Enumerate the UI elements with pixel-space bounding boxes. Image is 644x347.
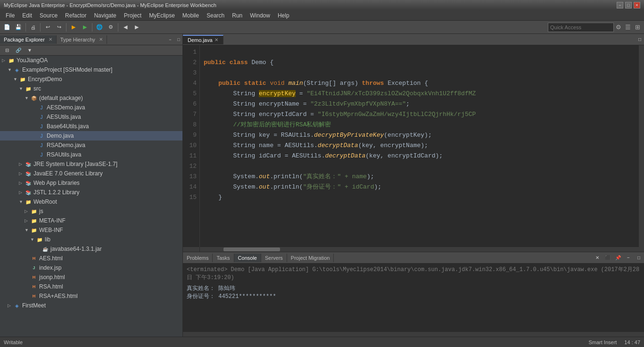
panel-minimize-btn[interactable]: − <box>166 36 174 43</box>
menu-file[interactable]: File <box>2 11 18 20</box>
tree-aesdemo[interactable]: J AESDemo.java <box>0 103 182 112</box>
code-line-9: String key = RSAUtils.decryptByPrivateKe… <box>204 132 432 139</box>
tab-console[interactable]: Console <box>234 254 261 262</box>
close-button[interactable]: ✕ <box>634 2 640 8</box>
tree-aesutils[interactable]: J AESUtils.java <box>0 112 182 122</box>
tab-tasks[interactable]: Tasks <box>213 254 234 262</box>
tab-problems[interactable]: Problems <box>183 254 213 262</box>
toolbar-save-btn[interactable]: 💾 <box>13 22 24 33</box>
tree-meta-inf[interactable]: ▷ 📁 META-INF <box>0 216 182 225</box>
tab-demo-java[interactable]: Demo.java ✕ <box>183 35 223 44</box>
tree-web-inf[interactable]: ▼ 📁 WEB-INF <box>0 225 182 235</box>
tab-type-hierarchy-label: Type Hierarchy <box>60 37 95 42</box>
tree-jstl[interactable]: ▷ 📚 JSTL 1.2.2 Library <box>0 188 182 197</box>
tab-package-explorer[interactable]: Package Explorer ✕ <box>0 35 57 44</box>
console-minimize-btn[interactable]: − <box>623 253 634 263</box>
tree-webapp-libs[interactable]: ▷ 📚 Web App Libraries <box>0 178 182 188</box>
menu-project[interactable]: Project <box>120 11 145 20</box>
console-hscroll[interactable] <box>183 332 644 337</box>
tree-webroot[interactable]: ▼ 📁 WebRoot <box>0 197 182 207</box>
link-editor-btn[interactable]: 🔗 <box>13 45 24 56</box>
tree-arrow: ▼ <box>13 77 19 82</box>
toolbar-redo-btn[interactable]: ↪ <box>54 22 64 33</box>
left-panel-toolbar: ⊟ 🔗 ▼ <box>0 45 182 56</box>
console-maximize-btn[interactable]: □ <box>634 253 644 263</box>
tree-rsautils[interactable]: J RSAUtils.java <box>0 150 182 159</box>
toolbar-print-btn[interactable]: 🖨 <box>28 22 38 33</box>
tree-arrow: ▷ <box>19 162 25 166</box>
tree-index-jsp[interactable]: J index.jsp <box>0 263 182 273</box>
tree-javabase64[interactable]: ☕ javabase64-1.3.1.jar <box>0 244 182 254</box>
tree-encryptdemo[interactable]: ▼ 📁 EncryptDemo <box>0 74 182 84</box>
tree-rsademo[interactable]: J RSADemo.java <box>0 140 182 150</box>
menu-run[interactable]: Run <box>228 11 246 20</box>
hscroll-thumb[interactable] <box>223 248 280 251</box>
hscroll-track[interactable] <box>200 247 644 252</box>
toolbar-view-btn[interactable]: ⊞ <box>633 23 642 32</box>
menu-edit[interactable]: Edit <box>18 11 36 20</box>
toolbar-run-btn[interactable]: ▶ <box>80 22 90 33</box>
panel-maximize-btn[interactable]: □ <box>175 36 182 43</box>
tab-package-explorer-close[interactable]: ✕ <box>49 37 52 42</box>
tree-base64utils[interactable]: J Base64Utils.java <box>0 122 182 131</box>
tree-rsa-html[interactable]: H RSA.html <box>0 282 182 291</box>
tree-js[interactable]: ▷ 📁 js <box>0 207 182 216</box>
collapse-all-btn[interactable]: ⊟ <box>2 45 12 56</box>
editor-maximize-btn[interactable]: □ <box>636 35 644 44</box>
menu-myeclipse[interactable]: MyEclipse <box>145 11 179 20</box>
tree-demo[interactable]: J Demo.java <box>0 131 182 140</box>
editor-hscroll[interactable] <box>183 247 644 252</box>
quick-access-icon[interactable]: ⚙ <box>614 23 623 32</box>
editor-scrollbar[interactable] <box>638 45 644 247</box>
menu-source[interactable]: Source <box>36 11 61 20</box>
menu-refactor[interactable]: Refactor <box>61 11 90 20</box>
toolbar: 📄 💾 🖨 ↩ ↪ ▶ ▶ 🌐 ⚙ ◀ ▶ ⚙ ☰ ⊞ <box>0 21 644 34</box>
menu-window[interactable]: Window <box>246 11 274 20</box>
tree-arrow: ▷ <box>19 181 25 185</box>
tree-jre[interactable]: ▷ 📚 JRE System Library [JavaSE-1.7] <box>0 159 182 169</box>
maximize-button[interactable]: □ <box>625 2 632 8</box>
console-clear-btn[interactable]: ✕ <box>592 253 603 263</box>
tree-youjianggoa[interactable]: ▷ 📁 YouJiangOA <box>0 56 182 65</box>
toolbar-sep-4 <box>92 23 92 32</box>
tree-aes-html[interactable]: H AES.html <box>0 254 182 263</box>
menu-mobile[interactable]: Mobile <box>179 11 203 20</box>
view-menu-btn[interactable]: ▼ <box>25 45 35 56</box>
tree-jsonp-html[interactable]: H jsonp.html <box>0 273 182 282</box>
tree-icon-html: H <box>30 292 38 300</box>
tree-lib[interactable]: ▼ 📁 lib <box>0 235 182 244</box>
toolbar-sep-1 <box>25 23 26 32</box>
tree-firstmeet[interactable]: ▷ ◈ FirstMeet <box>0 301 182 310</box>
tree-rsa-aes-html[interactable]: H RSA+AES.html <box>0 291 182 301</box>
menu-navigate[interactable]: Navigate <box>90 11 120 20</box>
editor-area[interactable]: 12345 678910 1112131415 public class Dem… <box>183 45 644 247</box>
menu-search[interactable]: Search <box>203 11 228 20</box>
tab-project-migration[interactable]: Project Migration <box>287 254 334 262</box>
quick-access-input[interactable] <box>548 23 614 32</box>
tab-demo-java-close[interactable]: ✕ <box>215 37 218 42</box>
code-area[interactable]: public class Demo { public static void m… <box>200 45 638 247</box>
tab-servers[interactable]: Servers <box>261 254 287 262</box>
toolbar-undo-btn[interactable]: ↩ <box>42 22 53 33</box>
tree-exampleproject[interactable]: ▼ ◈ ExampleProject [SSHModel master] <box>0 65 182 74</box>
code-line-15: } <box>204 194 222 201</box>
toolbar-persp-btn[interactable]: ☰ <box>623 23 633 32</box>
menu-help[interactable]: Help <box>274 11 293 20</box>
tree-label: index.jsp <box>39 264 61 271</box>
toolbar-deploy-btn[interactable]: ⚙ <box>106 22 116 33</box>
tab-type-hierarchy-close[interactable]: ✕ <box>99 37 103 42</box>
toolbar-debug-btn[interactable]: ▶ <box>68 22 79 33</box>
toolbar-new-btn[interactable]: 📄 <box>2 22 12 33</box>
title-bar-controls[interactable]: − □ ✕ <box>617 2 640 8</box>
toolbar-next-btn[interactable]: ▶ <box>132 22 142 33</box>
tree-src[interactable]: ▼ 📁 src <box>0 84 182 93</box>
tab-type-hierarchy[interactable]: Type Hierarchy ✕ <box>57 35 107 44</box>
minimize-button[interactable]: − <box>617 2 623 8</box>
left-panel-content[interactable]: ▷ 📁 YouJiangOA ▼ ◈ ExampleProject [SSHMo… <box>0 56 182 337</box>
toolbar-prev-btn[interactable]: ◀ <box>120 22 131 33</box>
console-terminate-btn[interactable]: ⬛ <box>603 253 613 263</box>
toolbar-browse-btn[interactable]: 🌐 <box>94 22 105 33</box>
tree-default-package[interactable]: ▼ 📦 (default package) <box>0 93 182 103</box>
tree-javaee[interactable]: ▷ 📚 JavaEE 7.0 Generic Library <box>0 169 182 178</box>
console-pin-btn[interactable]: 📌 <box>613 253 623 263</box>
